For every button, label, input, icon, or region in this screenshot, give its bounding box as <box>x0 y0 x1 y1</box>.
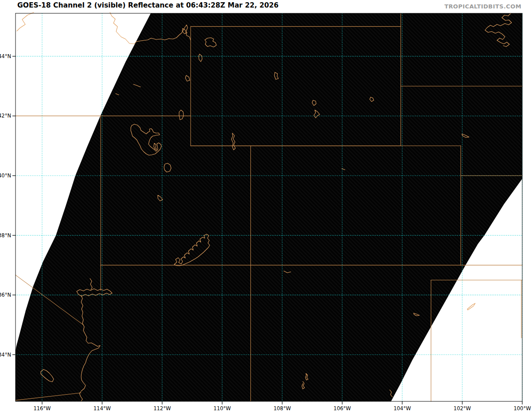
x-tick-label: 110°W <box>214 405 231 412</box>
x-tick-label: 100°W <box>513 405 531 412</box>
map-title: GOES-18 Channel 2 (visible) Reflectance … <box>17 1 278 9</box>
x-tick-label: 106°W <box>333 405 351 412</box>
x-tick-label: 104°W <box>394 405 411 412</box>
satellite-figure: GOES-18 Channel 2 (visible) Reflectance … <box>0 0 532 412</box>
y-tick-label: 36°N <box>0 292 11 298</box>
y-tick-label: 44°N <box>0 53 11 59</box>
watermark-logo: TROPICALTIDBITS.COM <box>444 3 521 10</box>
y-tick-label: 42°N <box>0 113 11 119</box>
y-tick-label: 40°N <box>0 173 11 179</box>
y-tick-label: 38°N <box>0 232 11 239</box>
x-tick-label: 108°W <box>274 405 291 412</box>
x-tick-label: 112°W <box>153 405 171 412</box>
y-tick-label: 34°N <box>0 352 11 358</box>
satellite-map-canvas: 116°W114°W112°W110°W108°W106°W104°W102°W… <box>0 0 532 412</box>
x-tick-label: 116°W <box>33 405 51 412</box>
x-tick-label: 114°W <box>94 405 111 412</box>
x-tick-label: 102°W <box>454 405 471 412</box>
